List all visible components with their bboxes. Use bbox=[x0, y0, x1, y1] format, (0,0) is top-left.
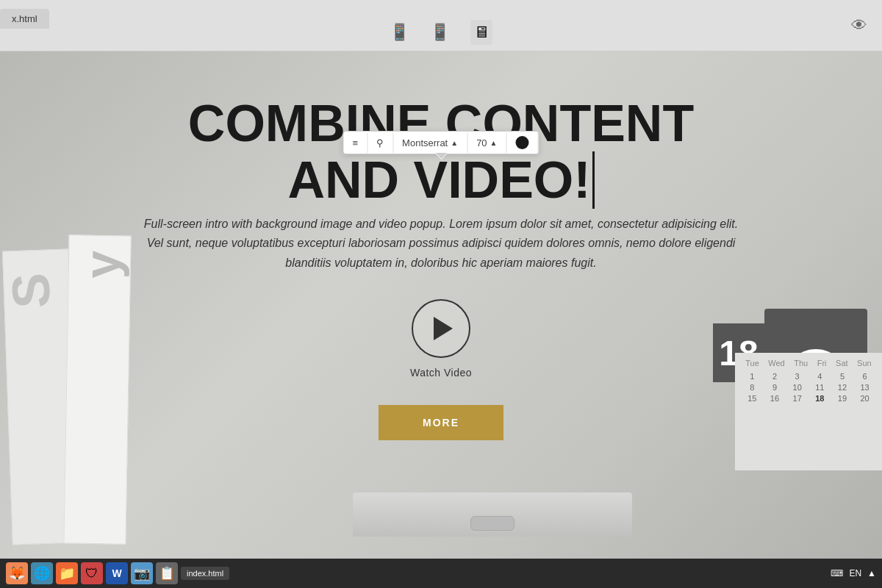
link-icon: ⚲ bbox=[376, 137, 384, 148]
clock-label: ▲ bbox=[867, 568, 876, 578]
mobile-icon[interactable]: 📱 bbox=[390, 23, 409, 42]
link-button[interactable]: ⚲ bbox=[368, 133, 393, 153]
align-icon: ≡ bbox=[352, 137, 358, 148]
main-content: S y 0 18 Tue Wed Thu Fri Sat Sun 1 2 3 4 bbox=[0, 51, 882, 588]
watch-video-button[interactable]: Watch Video bbox=[410, 299, 472, 379]
toolbar-arrow bbox=[435, 154, 447, 159]
play-circle bbox=[412, 299, 470, 358]
taskbar-word-icon[interactable]: W bbox=[106, 562, 128, 584]
size-dropdown-icon: ▲ bbox=[490, 139, 498, 147]
hero-subtitle: Full-screen intro with background image … bbox=[110, 215, 772, 273]
preview-icon[interactable]: 👁 bbox=[851, 16, 867, 35]
keyboard-icon: ⌨ bbox=[831, 568, 843, 578]
floating-toolbar: ≡ ⚲ Montserrat ▲ 70 ▲ bbox=[343, 131, 539, 154]
play-icon bbox=[434, 317, 453, 340]
font-size-selector[interactable]: 70 ▲ bbox=[467, 133, 506, 153]
font-selector[interactable]: Montserrat ▲ bbox=[393, 133, 467, 153]
language-label: EN bbox=[849, 568, 861, 578]
browser-tab[interactable]: x.html bbox=[0, 9, 49, 29]
desktop-icon[interactable]: 🖥 bbox=[470, 20, 492, 45]
taskbar-app-icon[interactable]: 📋 bbox=[156, 562, 178, 584]
color-picker[interactable] bbox=[507, 132, 539, 154]
font-size-label: 70 bbox=[476, 137, 487, 148]
font-dropdown-icon: ▲ bbox=[451, 139, 458, 147]
browser-chrome: x.html 📱 📱 🖥 👁 bbox=[0, 0, 882, 51]
tablet-icon[interactable]: 📱 bbox=[430, 23, 450, 42]
taskbar-right: ⌨ EN ▲ bbox=[831, 568, 876, 578]
title-line2: and VIDEO! bbox=[287, 151, 594, 209]
taskbar-photo-icon[interactable]: 📷 bbox=[131, 562, 153, 584]
watch-video-label: Watch Video bbox=[410, 367, 472, 379]
taskbar-active-app[interactable]: index.html bbox=[181, 567, 229, 580]
taskbar-shield-icon[interactable]: 🛡 bbox=[81, 562, 103, 584]
taskbar-filezilla-icon[interactable]: 📁 bbox=[56, 562, 78, 584]
taskbar: 🦊 🌐 📁 🛡 W 📷 📋 index.html ⌨ EN ▲ bbox=[0, 559, 882, 588]
more-button[interactable]: MORE bbox=[379, 405, 503, 440]
font-name-label: Montserrat bbox=[402, 137, 448, 148]
taskbar-firefox-icon[interactable]: 🦊 bbox=[6, 562, 28, 584]
browser-toolbar: 📱 📱 🖥 bbox=[0, 7, 882, 45]
align-button[interactable]: ≡ bbox=[343, 133, 368, 153]
taskbar-browser-icon[interactable]: 🌐 bbox=[31, 562, 53, 584]
color-dot bbox=[516, 136, 529, 149]
